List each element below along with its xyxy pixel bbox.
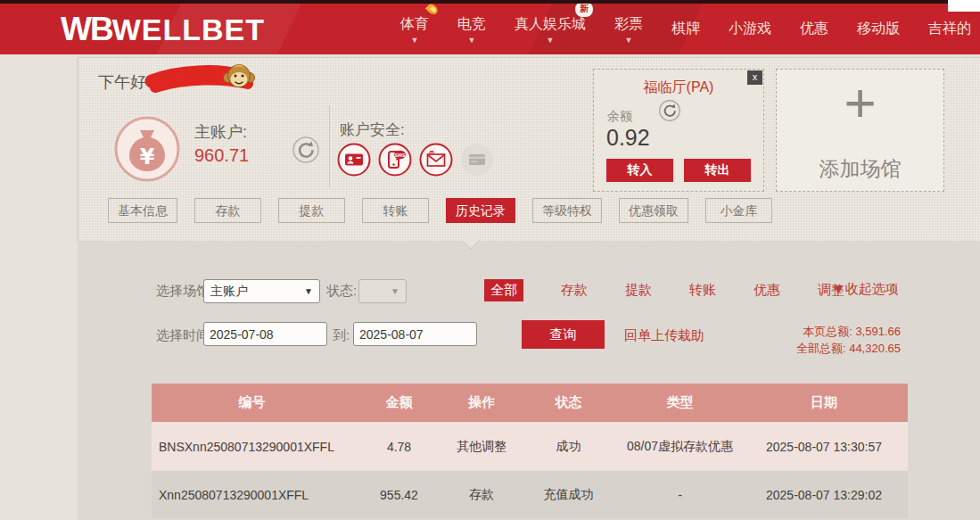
status-select[interactable]: ▼ (358, 279, 407, 303)
nav-item-label: 优惠 (800, 20, 828, 38)
venue-wallet-panel: 福临厅(PA) x 余额 0.92 转入 转出 (593, 69, 764, 192)
account-tab[interactable]: 基本信息 (108, 198, 177, 223)
filter-chip[interactable]: 转账 (689, 282, 716, 299)
monkey-avatar-icon (222, 61, 256, 93)
history-table: 编号 金额 操作 状态 类型 日期 BNSXnn25080713290001XF… (152, 384, 908, 518)
nav-item-label: 电竞 (457, 15, 486, 34)
wellbet-logo[interactable]: WBWELLBET (61, 11, 265, 48)
cell-status: 充值成功 (517, 487, 620, 503)
filter-chip[interactable]: 存款 (561, 282, 588, 299)
to-label: 到: (333, 327, 350, 344)
type-filter-chips: 全部 存款 提款 转账 优惠 调整 (484, 279, 844, 301)
nav-item-label: 体育 (400, 15, 429, 34)
id-card-icon[interactable] (337, 143, 371, 177)
account-tab[interactable]: 提款 (278, 198, 345, 223)
sms-phone-icon[interactable]: SMS (378, 143, 412, 177)
chevron-down-icon: ▼ (411, 37, 419, 44)
nav-item[interactable]: 真人娱乐城 ▼ 新 (515, 15, 586, 44)
bank-card-icon[interactable] (460, 143, 494, 177)
cell-amount: 4.78 (352, 440, 446, 454)
cell-id: BNSXnn25080713290001XFFL (152, 440, 352, 454)
nav-item[interactable]: 棋牌 (671, 20, 700, 38)
logo-monogram: WB (61, 11, 112, 48)
filter-chip[interactable]: 提款 (625, 282, 652, 299)
transfer-in-button[interactable]: 转入 (606, 159, 673, 182)
table-row[interactable]: BNSXnn25080713290001XFFL 4.78 其他调整 成功 08… (152, 422, 908, 470)
cell-type: - (620, 488, 740, 502)
nav-item-label: 彩票 (614, 15, 643, 34)
main-wallet-balance: 960.71 (194, 145, 249, 166)
transfer-out-button[interactable]: 转出 (684, 159, 751, 182)
date-from-input[interactable] (203, 322, 327, 346)
receipt-upload-link[interactable]: 回单上传栽助 (624, 327, 704, 344)
email-icon[interactable] (419, 143, 453, 177)
table-body: BNSXnn25080713290001XFFL 4.78 其他调整 成功 08… (152, 422, 908, 518)
cell-operation: 其他调整 (446, 439, 517, 455)
chevron-down-icon: ▼ (304, 286, 313, 296)
svg-text:¥: ¥ (140, 144, 155, 169)
account-tab[interactable]: 转账 (362, 198, 429, 223)
venue-transfer-buttons: 转入 转出 (606, 159, 751, 182)
chevron-down-icon: ▼ (625, 37, 633, 44)
money-bag-icon: ¥ (113, 115, 181, 183)
account-tab[interactable]: 等级特权 (532, 198, 602, 223)
new-badge: 新 (575, 4, 593, 17)
refresh-balance-icon[interactable] (292, 136, 319, 163)
vertical-divider (329, 105, 330, 187)
table-row[interactable]: Xnn25080713290001XFFL 955.42 存款 充值成功 - 2… (152, 470, 908, 518)
main-wallet-label: 主账户: (194, 121, 247, 143)
nav-item-label: 吉祥的 (928, 20, 971, 38)
add-venue-tile[interactable]: + 添加场馆 (776, 69, 944, 192)
nav-menu: 体育 ▼ 电竞 ▼ 真人娱乐城 ▼ 新 (400, 4, 971, 54)
nav-item[interactable]: 小游戏 (729, 20, 771, 38)
nav-item[interactable]: 电竞 ▼ (457, 15, 486, 44)
cell-id: Xnn25080713290001XFFL (152, 488, 352, 502)
cell-amount: 955.42 (352, 488, 446, 502)
account-tab[interactable]: 历史记录 (446, 198, 515, 223)
account-security-label: 账户安全: (340, 120, 405, 140)
nav-item[interactable]: 优惠 (800, 20, 828, 38)
account-tabs: 基本信息 存款 提款 转账 历史记录 等级特权 优惠领取 小金库 (108, 198, 772, 223)
plus-icon: + (777, 75, 943, 130)
chevron-down-icon: ▼ (391, 286, 399, 296)
close-icon[interactable]: x (747, 70, 762, 85)
page-total-line: 本页总额: 3,591.66 (796, 323, 901, 340)
venue-title: 福临厅(PA) (594, 78, 763, 97)
table-header-row: 编号 金额 操作 状态 类型 日期 (152, 384, 908, 422)
svg-text:SMS: SMS (394, 153, 406, 158)
venue-refresh-icon[interactable] (658, 99, 681, 122)
filter-chip[interactable]: 优惠 (754, 282, 780, 299)
cell-type: 08/07虚拟存款优惠 (620, 439, 740, 455)
account-tab[interactable]: 优惠领取 (619, 198, 688, 223)
nav-item[interactable]: 彩票 ▼ (614, 15, 643, 44)
nav-item[interactable]: 移动版 (857, 20, 900, 38)
table-header-cell: 金额 (352, 394, 446, 411)
account-tab[interactable]: 存款 (194, 198, 261, 223)
filter-chip[interactable]: 全部 (484, 279, 523, 301)
nav-item-label: 棋牌 (671, 20, 700, 38)
nav-item-label: 小游戏 (729, 20, 771, 38)
nav-item[interactable]: 吉祥的 (928, 20, 971, 38)
venue-select-value: 主账户 (210, 284, 248, 300)
page: WBWELLBET 体育 ▼ 电竞 ▼ 真人娱乐城 (0, 0, 980, 520)
nav-item[interactable]: 体育 ▼ (400, 15, 429, 44)
greeting-text: 下午好 (98, 71, 146, 93)
logo-brand-text: WELLBET (112, 12, 265, 47)
account-tab[interactable]: 小金库 (705, 198, 772, 223)
collapse-options-link[interactable]: ▼收起选项 (832, 281, 899, 298)
table-header-cell: 操作 (446, 394, 517, 411)
search-button[interactable]: 查询 (522, 320, 605, 349)
date-to-input[interactable] (353, 322, 477, 346)
chevron-down-icon: ▼ (468, 37, 476, 44)
venue-balance-value: 0.92 (606, 125, 650, 151)
venue-select[interactable]: 主账户 ▼ (203, 279, 320, 303)
cell-date: 2025-08-07 13:30:57 (740, 440, 908, 454)
grand-total-line: 全部总额: 44,320.65 (796, 340, 901, 357)
table-header-cell: 编号 (152, 394, 352, 411)
table-header-cell: 状态 (517, 394, 620, 411)
table-header-cell: 类型 (620, 394, 740, 411)
add-venue-label: 添加场馆 (777, 155, 943, 183)
cell-status: 成功 (517, 439, 620, 455)
cell-operation: 存款 (446, 487, 517, 503)
cell-date: 2025-08-07 13:29:02 (740, 488, 908, 502)
